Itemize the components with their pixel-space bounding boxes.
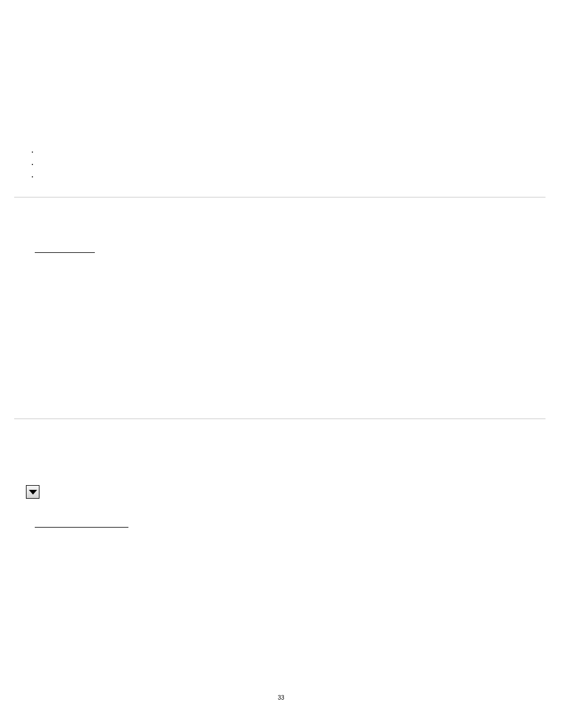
bullet-item [38, 170, 546, 183]
dropdown-toggle[interactable] [26, 485, 39, 499]
bullet-item [38, 158, 546, 170]
chevron-down-icon [29, 490, 37, 495]
svg-marker-0 [29, 490, 37, 495]
bullet-item [38, 146, 546, 158]
section-divider [14, 197, 546, 197]
document-page: 33 [0, 0, 562, 728]
underline-bar [35, 252, 95, 253]
bullet-list [14, 146, 546, 183]
page-number: 33 [0, 694, 562, 701]
section-divider [14, 419, 546, 419]
underline-bar [35, 527, 128, 528]
